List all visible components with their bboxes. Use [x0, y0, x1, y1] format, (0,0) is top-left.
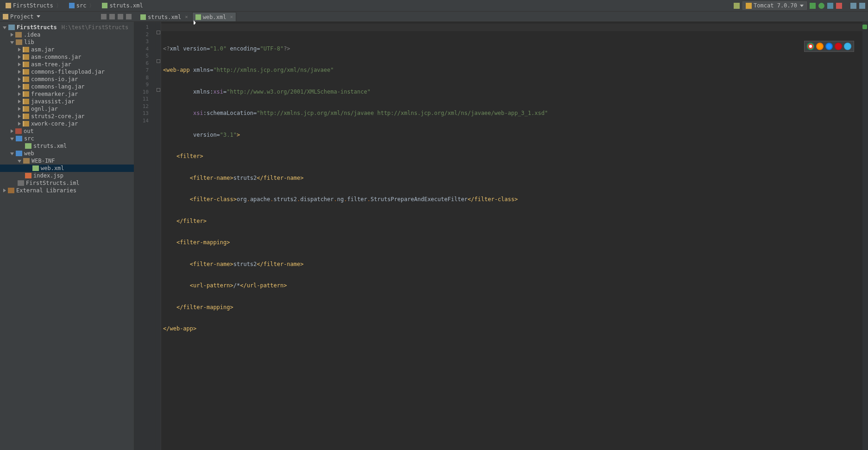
- tree-item-lib[interactable]: lib: [0, 38, 134, 46]
- safari-icon[interactable]: [825, 43, 833, 50]
- tree-item-jar[interactable]: asm-commons.jar: [0, 53, 134, 61]
- breadcrumb-project-label: FirstStructs: [13, 2, 53, 9]
- expand-toggle-icon[interactable]: [10, 138, 14, 140]
- chevron-right-icon: 〉: [56, 2, 62, 10]
- settings-gear-icon[interactable]: [118, 14, 123, 19]
- breadcrumb-file[interactable]: struts.xml: [99, 1, 145, 10]
- tree-item-jar[interactable]: xwork-core.jar: [0, 120, 134, 127]
- make-project-icon[interactable]: [734, 3, 740, 9]
- expand-toggle-icon[interactable]: [18, 85, 21, 89]
- code-editor[interactable]: 1234567891011121314 <?xml version="1.0" …: [134, 22, 868, 450]
- tree-item-external-libraries[interactable]: External Libraries: [0, 187, 134, 194]
- run-icon[interactable]: [810, 3, 816, 9]
- hide-icon[interactable]: [126, 14, 132, 19]
- tree-project-root[interactable]: FirstStructs H:\test\FirstStructs: [0, 24, 134, 31]
- breadcrumb-project[interactable]: FirstStructs 〉: [3, 1, 64, 11]
- ie-icon[interactable]: [844, 43, 851, 50]
- editor-tab-label: struts.xml: [148, 14, 181, 20]
- tree-item-index-jsp[interactable]: index.jsp: [0, 172, 134, 179]
- firefox-icon[interactable]: [816, 43, 824, 50]
- fold-toggle-icon[interactable]: [157, 59, 160, 63]
- chrome-icon[interactable]: [807, 43, 814, 50]
- jar-icon: [23, 47, 29, 52]
- editor-tab-web-xml[interactable]: web.xml ×: [192, 12, 236, 21]
- expand-toggle-icon[interactable]: [18, 160, 21, 163]
- project-icon: [3, 14, 8, 19]
- expand-toggle-icon[interactable]: [18, 77, 21, 81]
- expand-toggle-icon[interactable]: [11, 129, 13, 133]
- line-number: 2: [134, 31, 149, 38]
- project-tree[interactable]: FirstStructs H:\test\FirstStructs .idea …: [0, 22, 134, 450]
- chevron-right-icon: 〉: [89, 2, 94, 10]
- project-structure-icon[interactable]: [859, 3, 865, 9]
- line-number: 9: [134, 81, 149, 89]
- tree-label: asm.jar: [31, 46, 55, 53]
- expand-toggle-icon[interactable]: [3, 26, 6, 29]
- project-panel-title[interactable]: Project: [10, 13, 34, 20]
- tree-item-jar[interactable]: javassist.jar: [0, 98, 134, 105]
- expand-toggle-icon[interactable]: [10, 41, 14, 44]
- tree-item-web-xml[interactable]: web.xml: [0, 165, 134, 172]
- line-number: 5: [134, 52, 149, 60]
- expand-toggle-icon[interactable]: [18, 122, 21, 126]
- scroll-from-source-icon[interactable]: [109, 14, 115, 19]
- update-app-icon[interactable]: [827, 3, 833, 9]
- tree-item-jar[interactable]: commons-io.jar: [0, 76, 134, 83]
- folder-icon: [6, 3, 11, 8]
- expand-toggle-icon[interactable]: [3, 189, 6, 192]
- expand-toggle-icon[interactable]: [18, 107, 21, 111]
- debug-icon[interactable]: [818, 3, 824, 9]
- expand-toggle-icon[interactable]: [18, 63, 21, 66]
- code-area[interactable]: <?xml version="1.0" encoding="UTF-8"?> <…: [161, 22, 868, 450]
- tree-label: .idea: [24, 31, 40, 38]
- tree-item-struts-xml[interactable]: struts.xml: [0, 142, 134, 150]
- tree-item-jar[interactable]: freemarker.jar: [0, 90, 134, 98]
- tree-label: struts.xml: [33, 142, 67, 150]
- expand-toggle-icon[interactable]: [18, 114, 21, 118]
- close-icon[interactable]: ×: [230, 14, 233, 20]
- collapse-all-icon[interactable]: [101, 14, 107, 19]
- tree-item-webinf[interactable]: WEB-INF: [0, 157, 134, 165]
- stop-icon[interactable]: [836, 3, 842, 9]
- tree-item-src[interactable]: src: [0, 135, 134, 142]
- tree-item-jar[interactable]: ognl.jar: [0, 105, 134, 113]
- tree-label: web.xml: [41, 165, 64, 172]
- tree-item-jar[interactable]: commons-lang.jar: [0, 83, 134, 90]
- tree-item-jar[interactable]: asm-tree.jar: [0, 61, 134, 68]
- editor-error-stripe[interactable]: [862, 22, 868, 450]
- expand-toggle-icon[interactable]: [10, 152, 14, 155]
- tree-label: commons-fileupload.jar: [31, 68, 105, 76]
- tree-label: asm-commons.jar: [31, 53, 81, 61]
- tree-item-iml[interactable]: FirstStructs.iml: [0, 179, 134, 187]
- line-number: 10: [134, 89, 149, 96]
- tree-item-jar[interactable]: commons-fileupload.jar: [0, 68, 134, 76]
- expand-toggle-icon[interactable]: [11, 33, 13, 37]
- fold-gutter[interactable]: [156, 22, 161, 450]
- expand-toggle-icon[interactable]: [18, 48, 21, 51]
- tree-item-web[interactable]: web: [0, 150, 134, 157]
- jar-icon: [23, 69, 29, 75]
- xml-file-icon: [25, 143, 31, 149]
- tree-item-jar[interactable]: asm.jar: [0, 46, 134, 53]
- chevron-down-icon[interactable]: [37, 15, 40, 18]
- tree-item-jar[interactable]: struts2-core.jar: [0, 113, 134, 120]
- tree-item-out[interactable]: out: [0, 127, 134, 135]
- run-configuration-selector[interactable]: Tomcat 7.0.70: [742, 1, 807, 10]
- tree-root-path: H:\test\FirstStructs: [62, 24, 129, 31]
- tree-item-idea[interactable]: .idea: [0, 31, 134, 38]
- fold-toggle-icon[interactable]: [157, 31, 160, 34]
- tree-label: xwork-core.jar: [31, 120, 78, 127]
- search-icon[interactable]: [850, 3, 856, 9]
- expand-toggle-icon[interactable]: [18, 100, 21, 103]
- fold-toggle-icon[interactable]: [157, 88, 160, 92]
- close-icon[interactable]: ×: [185, 14, 188, 20]
- opera-icon[interactable]: [835, 43, 842, 50]
- tree-label: commons-lang.jar: [31, 83, 85, 90]
- breadcrumb-folder[interactable]: src 〉: [66, 1, 98, 11]
- editor-tab-struts-xml[interactable]: struts.xml ×: [137, 12, 191, 21]
- expand-toggle-icon[interactable]: [18, 92, 21, 96]
- expand-toggle-icon[interactable]: [18, 70, 21, 74]
- jar-icon: [23, 114, 29, 119]
- expand-toggle-icon[interactable]: [18, 55, 21, 59]
- breadcrumb-folder-label: src: [76, 2, 87, 9]
